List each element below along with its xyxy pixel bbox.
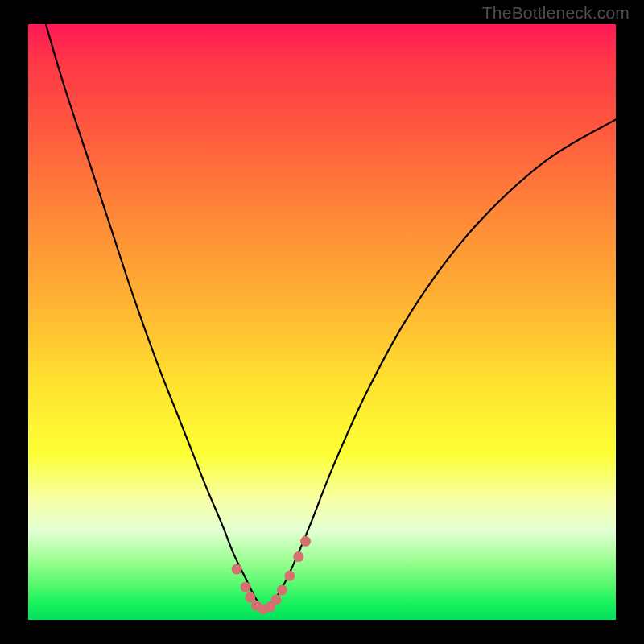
marker-dot	[284, 571, 295, 581]
marker-dot	[293, 551, 303, 562]
marker-dot	[271, 594, 282, 605]
series-curve	[46, 24, 616, 608]
plot-svg	[28, 24, 616, 620]
marker-dot	[232, 564, 242, 575]
marker-dot	[241, 582, 251, 592]
marker-dot	[300, 536, 311, 547]
plot-area	[28, 24, 616, 620]
marker-dot	[277, 585, 287, 596]
watermark-text: TheBottleneck.com	[482, 3, 630, 23]
curve-path	[46, 24, 616, 608]
chart-frame: TheBottleneck.com	[0, 0, 644, 644]
